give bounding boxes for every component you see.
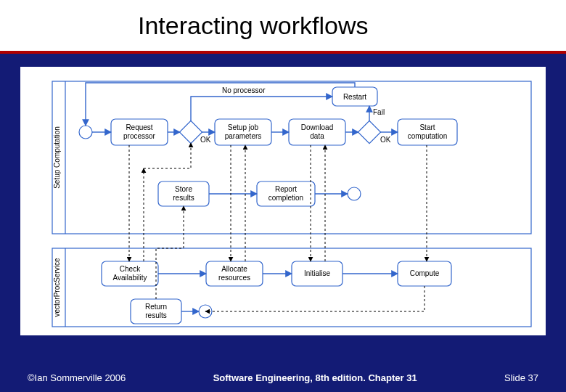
svg-text:Return: Return	[145, 303, 167, 311]
dashed-edge	[205, 286, 424, 311]
svg-text:Allocate: Allocate	[221, 265, 247, 273]
svg-text:Download: Download	[301, 123, 333, 131]
end-node-1	[348, 187, 361, 200]
svg-text:data: data	[310, 132, 324, 140]
svg-text:results: results	[145, 311, 166, 319]
label-no-processor: No processor	[222, 86, 266, 94]
svg-rect-9	[358, 121, 380, 143]
label-ok1: OK	[200, 136, 211, 144]
dashed-edge	[144, 143, 191, 168]
svg-text:Initialise: Initialise	[304, 269, 331, 277]
content-area: Setup Computation vectorProcService Requ…	[0, 54, 566, 335]
svg-text:Restart: Restart	[343, 93, 366, 101]
svg-text:processor: processor	[123, 132, 156, 140]
footer-left: ©Ian Sommerville 2006	[28, 372, 126, 383]
svg-text:resources: resources	[218, 274, 250, 282]
svg-text:Start: Start	[419, 123, 435, 131]
svg-text:Check: Check	[120, 265, 141, 273]
svg-text:Request: Request	[126, 123, 152, 131]
start-node	[79, 126, 92, 139]
footer-right: Slide 37	[504, 372, 538, 383]
footer-center: Software Engineering, 8th edition. Chapt…	[213, 372, 417, 383]
svg-text:parameters: parameters	[225, 132, 262, 140]
svg-text:Store: Store	[175, 185, 192, 193]
decision-1	[179, 121, 202, 143]
svg-rect-4	[179, 121, 202, 143]
workflow-diagram: Setup Computation vectorProcService Requ…	[20, 67, 546, 335]
svg-text:results: results	[173, 194, 194, 202]
svg-text:Availability: Availability	[112, 274, 147, 282]
slide: Interacting workflows Setup Computation	[0, 0, 566, 392]
svg-text:computation: computation	[408, 132, 447, 140]
label-ok2: OK	[380, 136, 391, 144]
svg-text:completion: completion	[268, 194, 303, 202]
swimlane-vps	[52, 248, 531, 327]
slide-title: Interacting workflows	[138, 12, 368, 40]
decision-2	[358, 121, 380, 143]
label-fail: Fail	[373, 108, 385, 116]
workflow-svg: Setup Computation vectorProcService Requ…	[20, 67, 546, 335]
svg-text:Report: Report	[275, 185, 297, 193]
edge-no-processor	[191, 97, 332, 121]
title-bar: Interacting workflows	[0, 0, 566, 51]
swimlane-setup-label: Setup Computation	[53, 126, 61, 189]
svg-text:Setup job: Setup job	[228, 123, 259, 131]
slide-footer: ©Ian Sommerville 2006 Software Engineeri…	[0, 372, 566, 383]
swimlane-vps-label: vectorProcService	[53, 258, 61, 317]
svg-text:Compute: Compute	[410, 269, 440, 277]
dashed-edge	[156, 206, 184, 299]
swimlane-setup	[52, 81, 531, 234]
